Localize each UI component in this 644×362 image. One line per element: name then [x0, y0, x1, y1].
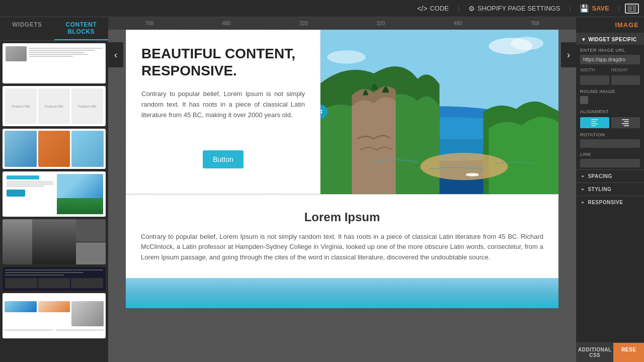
tab-content-blocks[interactable]: CONTENT BLOCKS: [54, 17, 109, 40]
hero-body: Contrary to popular belief, Lorem Ipsum …: [141, 89, 305, 120]
template-2-col1: Feature title: [12, 105, 30, 108]
text-section: Lorem Ipsum Contrary to popular belief, …: [126, 194, 558, 278]
tab-widgets[interactable]: WIDGETS: [0, 17, 54, 40]
styling-section[interactable]: ► STYLING: [576, 183, 644, 196]
left-sidebar: WIDGETS CONTENT BLOCKS: [0, 17, 108, 362]
svg-point-13: [420, 153, 508, 180]
template-2-col3: Feature title: [78, 105, 97, 108]
additional-css-button[interactable]: ADDITIONAL CSS: [576, 343, 613, 362]
ruler-marks: 768 480 320 320 480 768: [108, 21, 576, 26]
template-4[interactable]: [3, 171, 106, 217]
dimension-labels: WIDTH HEIGHT: [576, 67, 644, 73]
align-left-icon: [591, 119, 598, 126]
save-button[interactable]: 💾 SAVE: [576, 2, 613, 15]
code-button[interactable]: </> CODE: [413, 3, 453, 15]
hero-image-column: [320, 30, 558, 194]
ruler-mark-768-left: 768: [145, 21, 153, 26]
alignment-label: ALIGNMENT: [576, 107, 644, 115]
chevron-right-icon-2: ►: [581, 187, 585, 192]
code-label: CODE: [430, 5, 449, 12]
hero-text-column: BEAUTIFUL CONTENT, RESPONSIVE. Contrary …: [126, 30, 320, 194]
preview-icon: [628, 6, 636, 12]
round-image-toggle: [576, 95, 644, 107]
widget-specific-label: WIDGET SPECIFIC: [588, 37, 636, 42]
link-input[interactable]: [580, 159, 640, 167]
drag-icon: [320, 109, 323, 114]
align-right-icon: [622, 119, 629, 126]
gear-icon: ⚙: [468, 5, 475, 13]
template-6[interactable]: [3, 267, 106, 291]
text-section-title: Lorem Ipsum: [141, 210, 543, 224]
widget-specific-header: ▼ WIDGET SPECIFIC: [576, 33, 644, 45]
rotation-input[interactable]: [580, 139, 640, 148]
main-layout: WIDGETS CONTENT BLOCKS: [0, 17, 644, 362]
height-label: HEIGHT: [611, 67, 640, 72]
round-image-checkbox[interactable]: [580, 96, 588, 104]
divider3: |: [618, 5, 620, 12]
svg-point-6: [321, 112, 323, 114]
template-7[interactable]: [3, 293, 106, 338]
link-field: LINK: [576, 150, 644, 169]
canvas-scroll[interactable]: BEAUTIFUL CONTENT, RESPONSIVE. Contrary …: [108, 30, 576, 362]
sidebar-tabs: WIDGETS CONTENT BLOCKS: [0, 17, 108, 41]
image-url-label: ENTER IMAGE URL: [580, 48, 640, 53]
ruler-mark-768-right: 768: [531, 21, 539, 26]
image-url-input[interactable]: [580, 55, 640, 64]
width-label: WIDTH: [580, 67, 609, 72]
panel-active-title: IMAGE: [576, 17, 644, 33]
code-icon: </>: [417, 5, 427, 13]
settings-button[interactable]: ⚙ SHOPIFY PAGE SETTINGS: [464, 3, 564, 15]
height-input[interactable]: [611, 75, 640, 85]
hero-section: BEAUTIFUL CONTENT, RESPONSIVE. Contrary …: [126, 30, 558, 194]
ruler-mark-480-left: 480: [222, 21, 231, 26]
styling-label: STYLING: [588, 187, 611, 192]
divider2: |: [569, 5, 571, 12]
align-left-button[interactable]: [580, 117, 609, 128]
svg-rect-1: [629, 7, 632, 11]
dimension-inputs: [576, 73, 644, 87]
canvas-nav-right[interactable]: ›: [561, 42, 576, 67]
align-right-button[interactable]: [611, 117, 640, 128]
svg-point-17: [327, 50, 365, 63]
chevron-down-icon: ▼: [581, 37, 586, 42]
reset-button[interactable]: RESE: [613, 343, 644, 362]
topbar: </> CODE | ⚙ SHOPIFY PAGE SETTINGS | 💾 S…: [0, 0, 644, 17]
template-3[interactable]: [3, 129, 106, 169]
text-section-body: Contrary to popular belief, Lorem Ipsum …: [141, 232, 543, 263]
save-icon: 💾: [580, 4, 589, 13]
svg-point-4: [321, 110, 323, 112]
chevron-right-icon-3: ►: [581, 200, 585, 205]
rotation-label: ROTATION: [580, 132, 640, 137]
sidebar-items-list: Feature title Feature title Feature titl…: [0, 41, 108, 362]
template-5[interactable]: [3, 219, 106, 264]
template-1[interactable]: [3, 43, 106, 83]
island-image: [320, 30, 558, 194]
canvas-nav-left[interactable]: ‹: [108, 42, 123, 67]
template-2[interactable]: Feature title Feature title Feature titl…: [3, 86, 106, 126]
ruler: 768 480 320 320 480 768: [108, 17, 576, 30]
save-label: SAVE: [592, 5, 609, 12]
svg-point-14: [466, 173, 479, 176]
ruler-mark-320-left: 320: [299, 21, 308, 26]
alignment-buttons: [576, 115, 644, 130]
preview-button[interactable]: [625, 4, 639, 14]
image-url-field: ENTER IMAGE URL: [576, 45, 644, 67]
spacing-label: SPACING: [588, 173, 612, 179]
hero-button[interactable]: Button: [203, 150, 243, 168]
image-preview-section: [126, 278, 558, 308]
round-image-label: ROUND IMAGE: [576, 87, 644, 95]
canvas-area: 768 480 320 320 480 768 ‹ › BEAUTIFUL CO…: [108, 17, 576, 362]
svg-rect-2: [633, 7, 635, 11]
divider: |: [458, 5, 459, 12]
right-panel: IMAGE ▼ WIDGET SPECIFIC ENTER IMAGE URL …: [576, 17, 644, 362]
responsive-section[interactable]: ► RESPONSIVE: [576, 196, 644, 209]
ruler-mark-480-right: 480: [454, 21, 462, 26]
template-2-col2: Feature title: [45, 105, 63, 108]
width-input[interactable]: [580, 75, 609, 85]
hero-title: BEAUTIFUL CONTENT, RESPONSIVE.: [141, 45, 305, 79]
rotation-field: ROTATION: [576, 130, 644, 150]
settings-label: SHOPIFY PAGE SETTINGS: [477, 5, 560, 12]
responsive-label: RESPONSIVE: [588, 200, 623, 205]
page-content: BEAUTIFUL CONTENT, RESPONSIVE. Contrary …: [126, 30, 558, 308]
spacing-section[interactable]: ► SPACING: [576, 169, 644, 183]
